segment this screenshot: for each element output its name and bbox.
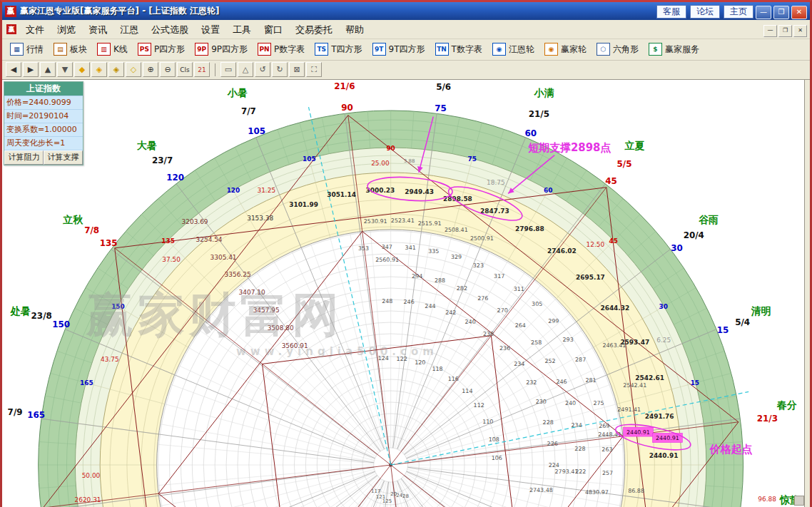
- cls-button[interactable]: Cls: [177, 62, 193, 77]
- toolbar-hexagon[interactable]: ⬡六角形: [592, 41, 643, 58]
- filter-tool-icon[interactable]: ▼: [57, 62, 73, 77]
- minimize-button[interactable]: —: [756, 6, 771, 19]
- svg-text:清明: 清明: [751, 305, 771, 317]
- selection-box-tool-icon[interactable]: ⛶: [306, 62, 322, 77]
- delete-box-tool-icon[interactable]: ⊠: [289, 62, 305, 77]
- svg-text:287: 287: [575, 357, 586, 363]
- menu-items: 文件浏览资讯江恩公式选股设置工具窗口交易委托帮助: [19, 22, 370, 36]
- toolbar-9p-square[interactable]: 9P9P四方形: [191, 41, 252, 58]
- menu-formula-stock-pick[interactable]: 公式选股: [145, 22, 195, 37]
- svg-text:248: 248: [382, 298, 392, 304]
- svg-text:5/6: 5/6: [436, 82, 451, 92]
- arc-left-tool-icon[interactable]: ↺: [255, 62, 270, 77]
- svg-text:5/5: 5/5: [617, 159, 632, 169]
- calc-resistance-button[interactable]: 计算阻力: [4, 150, 44, 165]
- resize-grip[interactable]: [794, 496, 804, 506]
- toolbar-winner-wheel[interactable]: ◉赢家轮: [540, 41, 591, 58]
- menu-window[interactable]: 窗口: [258, 22, 289, 37]
- diamond-cross-tool-icon[interactable]: ◈: [108, 62, 124, 77]
- toolbar-p-square[interactable]: PSP四方形: [133, 41, 189, 58]
- diamond-outline-tool-icon[interactable]: ◇: [126, 62, 141, 77]
- titlebar-link-forum[interactable]: 论坛: [690, 5, 720, 19]
- toolbar-t-number-table-icon: TN: [435, 43, 449, 56]
- toolbar-quotes[interactable]: ▦行情: [6, 41, 48, 58]
- svg-text:50.00: 50.00: [82, 472, 101, 479]
- toolbar-kline[interactable]: ▥K线: [93, 41, 132, 58]
- svg-text:226: 226: [547, 441, 558, 447]
- svg-text:2491.76: 2491.76: [645, 413, 674, 420]
- panel-field-2: 时间=20190104: [4, 109, 83, 123]
- toolbar-9t-square[interactable]: 9T9T四方形: [368, 41, 430, 58]
- calendar-21-icon[interactable]: 21: [194, 62, 210, 77]
- toolbar-t-square[interactable]: TST四方形: [310, 41, 366, 58]
- toolbar-p-square-label: P四方形: [154, 43, 185, 56]
- child-restore-button[interactable]: ❐: [778, 25, 792, 37]
- toolbar-sectors-icon: ▤: [54, 43, 67, 56]
- svg-text:20/4: 20/4: [684, 230, 704, 240]
- child-close-button[interactable]: ✕: [793, 25, 807, 37]
- toolbar-p-number-table-label: P数字表: [274, 43, 305, 56]
- gann-wheel[interactable]: 2500.912508.412515.912523.412530.9125726…: [2, 80, 809, 507]
- page-prev-icon[interactable]: ◀: [6, 62, 21, 77]
- zoom-in-icon[interactable]: ⊕: [143, 62, 158, 77]
- child-minimize-button[interactable]: —: [763, 25, 777, 37]
- svg-text:23/7: 23/7: [152, 155, 173, 165]
- close-button[interactable]: ✕: [791, 6, 807, 19]
- svg-text:3254.54: 3254.54: [196, 236, 223, 243]
- menu-settings[interactable]: 设置: [195, 22, 226, 37]
- svg-text:275: 275: [593, 400, 604, 406]
- page-next-icon[interactable]: ▶: [23, 62, 39, 77]
- svg-text:7/9: 7/9: [8, 406, 23, 416]
- toolbar-kline-icon: ▥: [97, 43, 111, 56]
- titlebar-link-home[interactable]: 主页: [724, 5, 753, 19]
- svg-text:122: 122: [397, 356, 407, 362]
- toolbar-winner-wheel-label: 赢家轮: [561, 43, 587, 56]
- menu-help[interactable]: 帮助: [339, 22, 370, 37]
- svg-text:234: 234: [514, 361, 524, 367]
- menu-file[interactable]: 文件: [19, 22, 51, 37]
- main-toolbar: ▦行情▤板块▥K线PSP四方形9P9P四方形PNP数字表TST四方形9T9T四方…: [2, 39, 810, 61]
- drawing-toolbar: ◀▶▲▼◆◈◈◇⊕⊖Cls21▭△↺↻⊠⛶: [2, 61, 810, 80]
- triangle-tool-icon[interactable]: △: [238, 62, 253, 77]
- svg-text:317: 317: [494, 273, 504, 280]
- svg-text:12.50: 12.50: [587, 241, 605, 248]
- menu-trade-order[interactable]: 交易委托: [289, 22, 339, 37]
- menu-gann[interactable]: 江恩: [113, 22, 145, 37]
- svg-text:258: 258: [531, 339, 542, 346]
- svg-text:2949.43: 2949.43: [405, 188, 434, 195]
- rect-tool-icon[interactable]: ▭: [220, 62, 236, 77]
- svg-text:106: 106: [492, 454, 502, 461]
- panel-field-1: 价格=2440.9099: [4, 96, 83, 109]
- svg-text:238: 238: [483, 331, 494, 337]
- svg-text:3407.10: 3407.10: [239, 289, 265, 296]
- titlebar[interactable]: 赢 赢家江恩专业版[赢家服务平台] - [上证指数 江恩轮] 客服论坛主页 —❐…: [2, 2, 810, 20]
- svg-text:230: 230: [536, 399, 547, 405]
- toolbar-p-number-table[interactable]: PNP数字表: [253, 41, 309, 58]
- toolbar-gann-wheel-label: 江恩轮: [509, 43, 534, 56]
- diamond-dot-tool-icon[interactable]: ◈: [91, 62, 107, 77]
- svg-text:21/6: 21/6: [334, 81, 355, 91]
- svg-text:2743.48: 2743.48: [529, 487, 553, 493]
- titlebar-links: 客服论坛主页: [653, 4, 753, 19]
- menu-news[interactable]: 资讯: [82, 22, 113, 37]
- svg-text:15: 15: [717, 325, 729, 335]
- titlebar-link-customer-service[interactable]: 客服: [656, 5, 686, 19]
- menu-tools[interactable]: 工具: [226, 22, 258, 37]
- toolbar-sectors[interactable]: ▤板块: [49, 41, 91, 58]
- diamond-tool-icon[interactable]: ◆: [74, 62, 90, 77]
- toolbar-hexagon-label: 六角形: [613, 43, 639, 56]
- arc-right-tool-icon[interactable]: ↻: [272, 62, 288, 77]
- cone-tool-icon[interactable]: ▲: [40, 62, 56, 77]
- maximize-button[interactable]: ❐: [773, 6, 789, 19]
- svg-text:2542.41: 2542.41: [623, 382, 646, 389]
- menu-browse[interactable]: 浏览: [51, 22, 82, 37]
- svg-text:335: 335: [428, 248, 439, 255]
- toolbar-t-number-table[interactable]: TNT数字表: [431, 41, 487, 58]
- toolbar-winner-service[interactable]: $赢家服务: [644, 41, 704, 58]
- gann-wheel-canvas[interactable]: 2500.912508.412515.912523.412530.9125726…: [2, 80, 810, 507]
- zoom-out-icon[interactable]: ⊖: [160, 62, 176, 77]
- toolbar-gann-wheel[interactable]: ◉江恩轮: [488, 41, 539, 58]
- toolbar-p-number-table-icon: PN: [258, 43, 271, 56]
- svg-text:3101.99: 3101.99: [289, 201, 318, 208]
- calc-support-button[interactable]: 计算支撑: [44, 150, 83, 165]
